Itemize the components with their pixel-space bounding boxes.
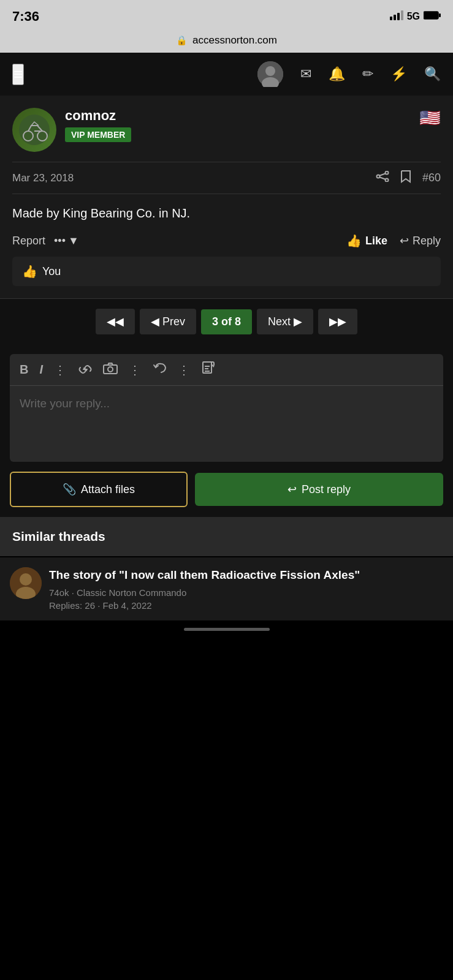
svg-rect-1 [394, 15, 396, 20]
post-avatar [12, 108, 56, 152]
bookmark-icon[interactable] [400, 170, 411, 186]
svg-point-7 [265, 66, 275, 76]
current-page: 3 of 8 [201, 309, 252, 334]
svg-rect-2 [397, 13, 400, 20]
you-thumb-icon: 👍 [22, 264, 37, 279]
editor-toolbar: B I ⋮ ⋮ [10, 354, 443, 386]
network-label: 5G [407, 11, 420, 22]
reply-button[interactable]: ↩ Reply [400, 234, 441, 247]
post-reply-icon: ↩ [287, 483, 297, 496]
lightning-icon[interactable]: ⚡ [390, 66, 407, 82]
like-thumb-icon: 👍 [346, 233, 362, 248]
svg-line-15 [379, 173, 385, 175]
browser-bar: 🔒 accessnorton.com [0, 31, 453, 53]
dropdown-icon: ▼ [68, 235, 79, 247]
attach-files-button[interactable]: 📎 Attach files [10, 472, 188, 507]
thread-item[interactable]: The story of "I now call them Radioactiv… [0, 557, 453, 620]
bold-button[interactable]: B [20, 363, 28, 377]
svg-rect-3 [401, 10, 403, 20]
undo-button[interactable] [153, 362, 167, 377]
you-row: 👍 You [12, 257, 441, 286]
lock-icon: 🔒 [176, 35, 188, 46]
editor-box: B I ⋮ ⋮ [10, 354, 443, 462]
mail-icon[interactable]: ✉ [300, 66, 311, 82]
search-icon[interactable]: 🔍 [424, 66, 441, 82]
post-content: Made by King Bearing Co. in NJ. [12, 204, 441, 222]
thread-sub: 74ok · Classic Norton Commando [49, 587, 443, 598]
camera-button[interactable] [103, 362, 118, 377]
user-avatar[interactable] [257, 61, 283, 87]
menu-button[interactable]: ≡ [12, 64, 24, 85]
like-label: Like [365, 235, 387, 247]
status-time: 7:36 [12, 9, 39, 24]
first-page-button[interactable]: ◀◀ [96, 309, 135, 334]
paperclip-icon: 📎 [63, 483, 76, 496]
editor-actions: 📎 Attach files ↩ Post reply [10, 462, 443, 507]
pagination: ◀◀ ◀ Prev 3 of 8 Next ▶ ▶▶ [0, 299, 453, 344]
post-reply-label: Post reply [302, 483, 351, 496]
home-bar [184, 628, 270, 631]
similar-threads-title: Similar threads [12, 529, 441, 544]
reply-icon: ↩ [400, 234, 409, 247]
reply-editor: B I ⋮ ⋮ [0, 344, 453, 517]
post-user-info: comnoz VIP MEMBER [65, 108, 411, 142]
share-icon[interactable] [376, 171, 389, 185]
post-number: #60 [422, 172, 441, 184]
post-header: comnoz VIP MEMBER 🇺🇸 [12, 108, 441, 152]
post-meta-icons: #60 [376, 170, 441, 186]
toolbar-dots-2: ⋮ [129, 363, 142, 377]
last-page-button[interactable]: ▶▶ [318, 309, 357, 334]
template-button[interactable] [202, 361, 215, 378]
thread-title: The story of "I now call them Radioactiv… [49, 567, 443, 584]
reply-textarea[interactable] [10, 386, 443, 459]
svg-rect-4 [424, 12, 438, 19]
home-indicator [0, 620, 453, 636]
svg-point-18 [108, 367, 113, 372]
bell-icon[interactable]: 🔔 [329, 66, 345, 82]
nav-bar: ≡ ✉ 🔔 ✏ ⚡ 🔍 [0, 53, 453, 96]
battery-icon [424, 11, 441, 22]
svg-rect-0 [390, 17, 392, 20]
more-dots: ••• [54, 235, 66, 247]
more-button[interactable]: ••• ▼ [54, 235, 79, 247]
toolbar-dots-3: ⋮ [178, 363, 191, 377]
post-meta: Mar 23, 2018 #60 [12, 162, 441, 194]
pencil-icon[interactable]: ✏ [362, 66, 373, 82]
thread-meta: Replies: 26 · Feb 4, 2022 [49, 600, 443, 611]
flag-icon: 🇺🇸 [419, 108, 441, 128]
post-username[interactable]: comnoz [65, 108, 411, 124]
signal-icon [390, 10, 403, 23]
svg-point-13 [385, 179, 388, 182]
svg-point-14 [376, 175, 379, 178]
toolbar-dots-1: ⋮ [54, 363, 67, 377]
vip-badge: VIP MEMBER [65, 127, 131, 142]
similar-threads-section: Similar threads [0, 517, 453, 556]
post-actions-right: 👍 Like ↩ Reply [346, 233, 441, 248]
post-reply-button[interactable]: ↩ Post reply [195, 473, 443, 506]
next-page-button[interactable]: Next ▶ [257, 309, 313, 334]
like-button[interactable]: 👍 Like [346, 233, 387, 248]
nav-icons: ✉ 🔔 ✏ ⚡ 🔍 [257, 61, 441, 87]
svg-line-16 [379, 177, 385, 179]
reply-label: Reply [413, 235, 441, 247]
post-actions-left: Report ••• ▼ [12, 235, 79, 247]
thread-content: The story of "I now call them Radioactiv… [49, 567, 443, 611]
post-container: comnoz VIP MEMBER 🇺🇸 Mar 23, 2018 [0, 96, 453, 299]
attach-label: Attach files [81, 483, 135, 496]
post-actions: Report ••• ▼ 👍 Like ↩ Reply [12, 233, 441, 248]
report-button[interactable]: Report [12, 235, 45, 247]
post-date: Mar 23, 2018 [12, 172, 74, 184]
italic-button[interactable]: I [39, 363, 43, 377]
browser-url[interactable]: accessnorton.com [192, 34, 277, 47]
status-bar: 7:36 5G [0, 0, 453, 31]
thread-avatar [10, 567, 42, 599]
svg-rect-5 [439, 13, 441, 17]
link-button[interactable] [78, 363, 92, 377]
you-label: You [42, 265, 61, 278]
status-icons: 5G [390, 10, 441, 23]
prev-page-button[interactable]: ◀ Prev [140, 309, 196, 334]
svg-point-21 [20, 573, 32, 586]
svg-point-12 [385, 172, 388, 175]
